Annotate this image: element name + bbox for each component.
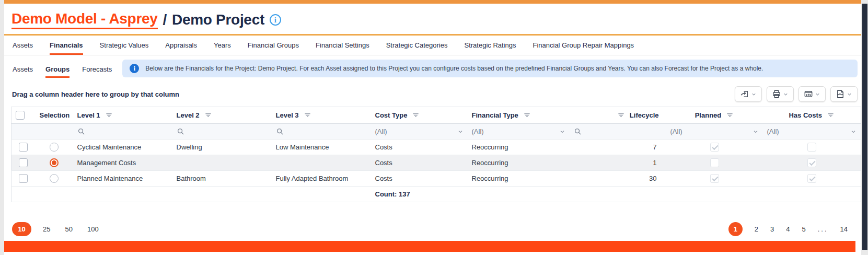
tab-financial-groups[interactable]: Financial Groups bbox=[248, 36, 299, 55]
chevron-down-icon bbox=[751, 91, 757, 97]
filter-icon[interactable] bbox=[523, 111, 531, 119]
page-14[interactable]: 14 bbox=[840, 225, 848, 233]
selection-radio[interactable] bbox=[50, 158, 59, 167]
banner-text: Below are the Financials for the Project… bbox=[145, 65, 763, 72]
filter-icon[interactable] bbox=[412, 111, 420, 119]
export-data-button[interactable] bbox=[735, 86, 762, 102]
page-size-25[interactable]: 25 bbox=[40, 223, 53, 235]
subtab-forecasts[interactable]: Forecasts bbox=[82, 59, 112, 78]
filter-input-level-2[interactable] bbox=[172, 124, 272, 140]
search-icon bbox=[574, 128, 582, 135]
select-all-checkbox[interactable] bbox=[16, 111, 25, 120]
filter-cell-empty bbox=[36, 124, 73, 140]
cell-level-2: Bathroom bbox=[172, 171, 272, 187]
subtab-groups[interactable]: Groups bbox=[45, 59, 70, 78]
export-data-icon bbox=[740, 89, 749, 99]
filter-icon[interactable] bbox=[726, 111, 734, 119]
cell-level-1: Management Costs bbox=[73, 155, 172, 171]
chevron-down-icon bbox=[815, 91, 820, 97]
filter-cell-empty bbox=[11, 124, 36, 140]
code-brackets-icon bbox=[804, 89, 813, 99]
export-image-button[interactable] bbox=[830, 86, 858, 102]
row-count-summary: Count: 137 bbox=[375, 190, 410, 198]
subtab-assets[interactable]: Assets bbox=[13, 59, 33, 78]
cell-level-3: Fully Adapted Bathroom bbox=[272, 171, 371, 187]
page-1[interactable]: 1 bbox=[728, 222, 743, 236]
filter-select-financial-type[interactable]: (All) bbox=[468, 124, 570, 140]
row-select-cell bbox=[11, 140, 36, 155]
column-header-level-1[interactable]: Level 1 bbox=[73, 107, 172, 124]
chevron-down-icon bbox=[753, 129, 759, 135]
column-header-level-3[interactable]: Level 3 bbox=[272, 107, 371, 124]
cell-financial-type: Reoccurring bbox=[468, 171, 570, 187]
tab-strategic-ratings[interactable]: Strategic Ratings bbox=[464, 36, 516, 55]
tab-years[interactable]: Years bbox=[214, 36, 231, 55]
cell-level-2: Dwelling bbox=[172, 140, 272, 155]
filter-icon[interactable] bbox=[827, 111, 835, 119]
column-header-planned[interactable]: Planned bbox=[666, 107, 763, 124]
chevron-down-icon bbox=[783, 91, 789, 97]
page-5[interactable]: 5 bbox=[802, 225, 805, 233]
info-icon[interactable]: i bbox=[270, 14, 281, 26]
cell-planned bbox=[666, 171, 763, 187]
right-edge-strip bbox=[862, 4, 867, 250]
filter-icon[interactable] bbox=[617, 111, 625, 119]
tab-strategic-categories[interactable]: Strategic Categories bbox=[386, 36, 448, 55]
grid-toolbar-row: Drag a column header here to group by th… bbox=[4, 82, 861, 107]
tab-financial-group-repair-mappings[interactable]: Financial Group Repair Mappings bbox=[533, 36, 634, 55]
page-size-100[interactable]: 100 bbox=[84, 223, 102, 235]
filter-icon[interactable] bbox=[304, 111, 311, 119]
sub-tab-row: Assets Groups Forecasts i Below are the … bbox=[4, 55, 861, 82]
cell-planned bbox=[666, 155, 763, 171]
filter-input-lifecycle[interactable] bbox=[570, 124, 666, 140]
page-size-50[interactable]: 50 bbox=[62, 223, 75, 235]
column-header-cost-type[interactable]: Cost Type bbox=[371, 107, 468, 124]
cell-level-1: Planned Maintenance bbox=[73, 171, 172, 187]
print-icon bbox=[772, 89, 781, 99]
tab-appraisals[interactable]: Appraisals bbox=[165, 36, 197, 55]
cell-cost-type: Costs bbox=[371, 140, 468, 155]
page-2[interactable]: 2 bbox=[755, 225, 758, 233]
page-3[interactable]: 3 bbox=[770, 225, 774, 233]
tab-financial-settings[interactable]: Financial Settings bbox=[316, 36, 369, 55]
tab-strategic-values[interactable]: Strategic Values bbox=[100, 36, 149, 55]
planned-checkbox bbox=[710, 143, 719, 152]
has-costs-checkbox bbox=[807, 158, 816, 167]
selection-radio[interactable] bbox=[50, 143, 59, 152]
tab-financials[interactable]: Financials bbox=[50, 36, 83, 55]
filter-row: (All) (All) (All) (All) bbox=[11, 124, 861, 140]
filter-input-level-1[interactable] bbox=[73, 124, 172, 140]
table-row[interactable]: Management Costs Costs Reoccurring 1 bbox=[11, 155, 861, 171]
filter-icon[interactable] bbox=[105, 111, 113, 119]
page-title: Demo Project bbox=[172, 11, 264, 28]
model-breadcrumb-link[interactable]: Demo Model - Asprey bbox=[11, 10, 158, 29]
page-size-10[interactable]: 10 bbox=[12, 222, 31, 236]
row-checkbox[interactable] bbox=[19, 158, 28, 167]
filter-icon[interactable] bbox=[204, 111, 212, 119]
breadcrumb-separator: / bbox=[163, 11, 167, 28]
search-icon bbox=[276, 128, 284, 135]
column-header-has-costs[interactable]: Has Costs bbox=[763, 107, 861, 124]
pager: 10 25 50 100 1 2 3 4 5 ... 14 bbox=[4, 222, 861, 236]
main-tab-bar: Assets Financials Strategic Values Appra… bbox=[4, 36, 861, 55]
row-select-cell bbox=[11, 171, 36, 187]
column-header-financial-type[interactable]: Financial Type bbox=[468, 107, 570, 124]
code-view-button[interactable] bbox=[798, 86, 826, 102]
filter-select-has-costs[interactable]: (All) bbox=[763, 124, 861, 140]
page-4[interactable]: 4 bbox=[786, 225, 790, 233]
row-checkbox[interactable] bbox=[19, 143, 28, 152]
info-banner: i Below are the Financials for the Proje… bbox=[122, 60, 858, 77]
tab-assets[interactable]: Assets bbox=[13, 36, 33, 55]
column-header-lifecycle[interactable]: Lifecycle bbox=[570, 107, 666, 124]
column-header-level-2[interactable]: Level 2 bbox=[172, 107, 272, 124]
filter-input-level-3[interactable] bbox=[272, 124, 371, 140]
selection-radio[interactable] bbox=[50, 174, 59, 183]
cell-cost-type: Costs bbox=[371, 171, 468, 187]
row-checkbox[interactable] bbox=[19, 174, 28, 183]
print-button[interactable] bbox=[767, 86, 794, 102]
filter-select-cost-type[interactable]: (All) bbox=[371, 124, 468, 140]
table-row[interactable]: Cyclical Maintenance Dwelling Low Mainte… bbox=[11, 140, 861, 155]
table-row[interactable]: Planned Maintenance Bathroom Fully Adapt… bbox=[11, 171, 861, 187]
chevron-down-icon bbox=[457, 129, 464, 135]
filter-select-planned[interactable]: (All) bbox=[666, 124, 763, 140]
